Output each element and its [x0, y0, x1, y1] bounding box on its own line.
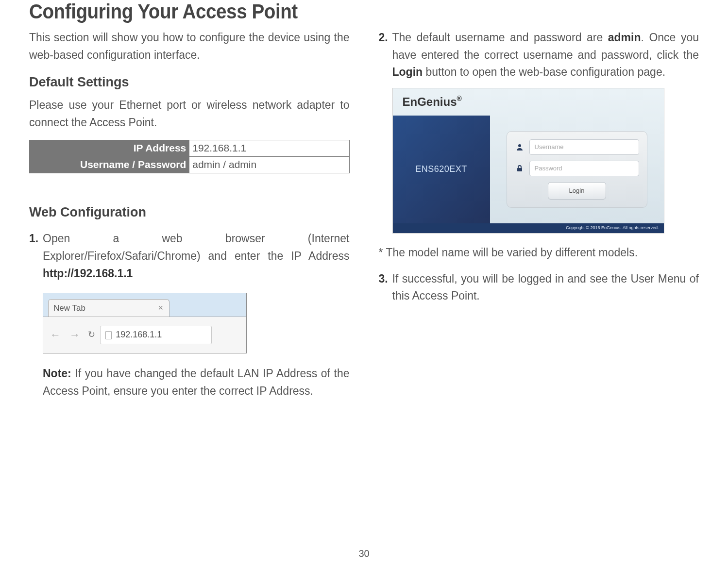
- user-icon: [515, 142, 525, 152]
- step1-text: Open a web browser (Internet Explorer/Fi…: [43, 230, 350, 282]
- close-icon[interactable]: ×: [158, 301, 163, 315]
- model-note: * The model name will be varied by diffe…: [379, 244, 699, 262]
- web-config-heading: Web Configuration: [29, 202, 350, 223]
- step-number: 1.: [29, 230, 43, 282]
- address-bar[interactable]: 192.168.1.1: [100, 326, 212, 344]
- brand-logo: EnGenius®: [393, 88, 664, 116]
- login-panel: Username Password Login: [507, 131, 647, 208]
- default-settings-instruction: Please use your Ethernet port or wireles…: [29, 97, 350, 131]
- tab-label: New Tab: [53, 302, 85, 315]
- lock-icon: [515, 164, 525, 173]
- step3-text: If successful, you will be logged in and…: [392, 270, 699, 305]
- table-row: IP Address 192.168.1.1: [30, 140, 350, 157]
- page-icon: [105, 331, 112, 339]
- model-label: ENS620EXT: [415, 163, 467, 176]
- page-number: 30: [358, 548, 369, 559]
- ip-value: 192.168.1.1: [189, 140, 349, 157]
- settings-table: IP Address 192.168.1.1 Username / Passwo…: [29, 140, 350, 173]
- login-button[interactable]: Login: [548, 182, 606, 200]
- svg-rect-1: [517, 168, 522, 171]
- device-image-panel: ENS620EXT: [393, 116, 490, 223]
- table-row: Username / Password admin / admin: [30, 156, 350, 173]
- username-input[interactable]: Username: [529, 139, 639, 155]
- page-title: Configuring Your Access Point: [29, 0, 645, 23]
- ip-label: IP Address: [30, 140, 189, 157]
- step-number: 2.: [379, 29, 392, 81]
- browser-tab[interactable]: New Tab ×: [48, 299, 169, 317]
- password-input[interactable]: Password: [529, 161, 639, 176]
- nav-arrows-icon[interactable]: ← →: [50, 327, 83, 343]
- intro-text: This section will show you how to config…: [29, 29, 350, 64]
- svg-point-0: [518, 144, 521, 147]
- reload-icon[interactable]: ↻: [88, 328, 95, 342]
- note-text: Note: If you have changed the default LA…: [29, 365, 350, 400]
- step-number: 3.: [379, 270, 392, 305]
- creds-value: admin / admin: [189, 156, 349, 173]
- browser-mock: New Tab × ← → ↻ 192.168.1.1: [43, 293, 247, 353]
- address-text: 192.168.1.1: [116, 328, 162, 342]
- login-footer: Copyright © 2016 EnGenius. All rights re…: [393, 223, 664, 233]
- step2-text: The default username and password are ad…: [392, 29, 699, 81]
- creds-label: Username / Password: [30, 156, 189, 173]
- login-screenshot: EnGenius® ENS620EXT Username: [392, 88, 664, 234]
- default-settings-heading: Default Settings: [29, 72, 350, 93]
